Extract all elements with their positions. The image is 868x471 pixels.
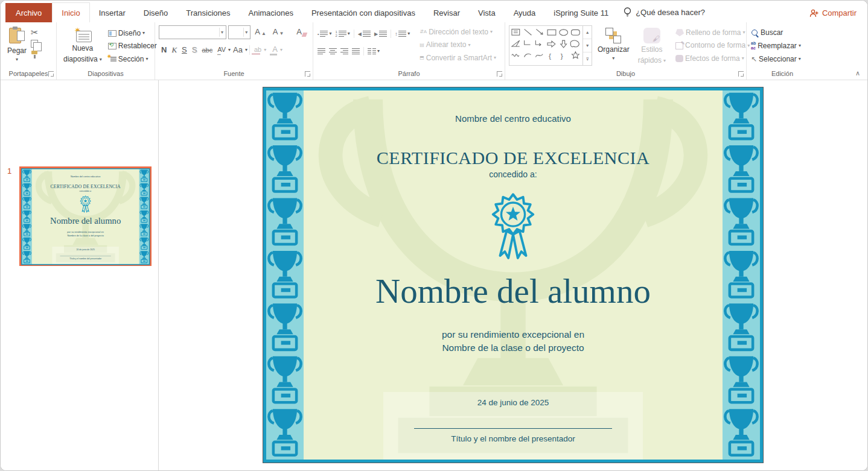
- slide-thumbnail-panel[interactable]: 1 Nombre del centro edu: [1, 80, 159, 471]
- font-dialog-launcher-icon[interactable]: [305, 71, 310, 77]
- new-slide-button[interactable]: ✷ Nueva diapositiva▾: [59, 24, 106, 68]
- drawing-dialog-launcher-icon[interactable]: [738, 71, 744, 77]
- find-button[interactable]: Buscar: [749, 28, 803, 37]
- tab-insertar[interactable]: Insertar: [90, 3, 135, 22]
- new-slide-label1: Nueva: [72, 44, 94, 53]
- columns-button[interactable]: ▾: [366, 47, 381, 56]
- font-size-combo[interactable]: ▾: [228, 25, 251, 39]
- slide-canvas-area: Nombre del centro educativo CERTIFICADO …: [159, 80, 867, 471]
- bold-button[interactable]: N: [159, 45, 169, 55]
- tab-ispring[interactable]: iSpring Suite 11: [544, 3, 617, 22]
- tell-me-box[interactable]: ¿Qué desea hacer?: [617, 2, 711, 22]
- slides-group-label: Diapositivas: [59, 68, 152, 80]
- align-left-button[interactable]: [316, 47, 327, 56]
- mini-awarded-to: concedido a:: [31, 189, 139, 192]
- shapes-more-icon[interactable]: ⊽: [583, 52, 592, 65]
- mini-trophy-border-left: [22, 169, 32, 264]
- numbering-button[interactable]: 12▾: [333, 29, 351, 39]
- shapes-scroll-up-icon[interactable]: ▲: [583, 26, 592, 39]
- shrink-font-button[interactable]: A▼: [270, 27, 287, 37]
- change-case-button[interactable]: Aa: [231, 45, 245, 55]
- tab-animaciones[interactable]: Animaciones: [239, 3, 302, 22]
- shrink-font-label: A: [273, 28, 278, 36]
- shapes-gallery-scrollbar[interactable]: ▲ ▼ ⊽: [582, 26, 592, 65]
- tab-ayuda[interactable]: Ayuda: [505, 3, 545, 22]
- underline-button[interactable]: S: [179, 45, 190, 55]
- replace-label: Reemplazar: [758, 42, 797, 50]
- font-name-caret-icon: ▾: [219, 28, 225, 37]
- quick-styles-button[interactable]: Estilos rápidos▾: [634, 24, 670, 68]
- character-spacing-button[interactable]: AV: [215, 45, 228, 55]
- convert-smartart-button[interactable]: ⬒Convertir a SmartArt▾: [418, 53, 498, 63]
- tab-archivo[interactable]: Archivo: [5, 3, 52, 22]
- layout-button[interactable]: Diseño▾: [106, 28, 159, 38]
- select-button[interactable]: ↖Seleccionar▾: [749, 54, 803, 64]
- line-spacing-button[interactable]: ↕▾: [393, 30, 412, 39]
- grow-font-button[interactable]: A▲: [252, 27, 269, 37]
- align-center-button[interactable]: [327, 47, 339, 56]
- strikethrough-button[interactable]: abc: [199, 45, 215, 55]
- columns-caret-icon: ▾: [377, 49, 380, 54]
- shapes-gallery-icons: { }: [510, 27, 582, 62]
- slide-number: 1: [7, 166, 11, 175]
- clear-formatting-label: A: [296, 28, 302, 36]
- slide-thumbnail[interactable]: Nombre del centro educativo CERTIFICADO …: [19, 166, 152, 266]
- select-icon: ↖: [751, 55, 757, 63]
- replace-button[interactable]: abacReemplazar▾: [749, 40, 803, 51]
- tab-inicio[interactable]: Inicio: [52, 2, 89, 22]
- date-text[interactable]: 24 de junio de 2025: [304, 398, 723, 407]
- share-button[interactable]: Compartir: [799, 3, 867, 22]
- decrease-indent-button[interactable]: ◀: [356, 30, 372, 39]
- awarded-to-text[interactable]: concedido a:: [304, 169, 723, 179]
- text-direction-button[interactable]: ⇵ADirección del texto▾: [418, 27, 498, 37]
- smartart-caret-icon: ▾: [494, 55, 496, 60]
- slide[interactable]: Nombre del centro educativo CERTIFICADO …: [263, 87, 764, 463]
- font-name-combo[interactable]: ▾: [159, 25, 226, 39]
- shapes-scroll-down-icon[interactable]: ▼: [583, 39, 592, 52]
- tab-diseno[interactable]: Diseño: [135, 3, 177, 22]
- award-ribbon-icon[interactable]: [487, 192, 540, 265]
- menu-bar: Archivo Inicio Insertar Diseño Transicio…: [1, 1, 867, 22]
- smartart-label: Convertir a SmartArt: [426, 54, 492, 62]
- cut-icon[interactable]: ✂: [31, 28, 39, 37]
- section-button[interactable]: ✷Sección▾: [106, 54, 159, 64]
- text-shadow-button[interactable]: S: [190, 45, 200, 55]
- certificate-title-text[interactable]: CERTIFICADO DE EXCELENCIA: [304, 148, 723, 168]
- quick-styles-label1: Estilos: [641, 45, 662, 54]
- select-caret-icon: ▾: [799, 57, 801, 62]
- reason-text[interactable]: por su rendimiento excepcional enNombre …: [304, 328, 723, 354]
- justify-button[interactable]: [350, 47, 362, 56]
- bullets-button[interactable]: •▾: [316, 30, 333, 39]
- paragraph-dialog-launcher-icon[interactable]: [497, 71, 502, 77]
- presenter-text[interactable]: Título y el nombre del presentador: [304, 434, 723, 443]
- clipboard-dialog-launcher-icon[interactable]: [48, 71, 54, 77]
- paste-button[interactable]: Pegar ▾: [3, 24, 31, 68]
- align-text-button[interactable]: ▤Alinear texto▾: [418, 40, 498, 49]
- mini-slide-content: Nombre del centro educativo CERTIFICADO …: [31, 169, 139, 264]
- tell-me-label: ¿Qué desea hacer?: [636, 8, 705, 17]
- numbering-caret-icon: ▾: [348, 31, 350, 36]
- shape-fill-button[interactable]: Relleno de forma▾: [674, 28, 752, 37]
- font-color-button[interactable]: A: [270, 44, 280, 56]
- format-painter-icon[interactable]: [31, 51, 39, 58]
- highlight-caret-icon: ▾: [264, 48, 266, 52]
- school-name-text[interactable]: Nombre del centro educativo: [304, 113, 723, 124]
- quick-styles-caret-icon: ▾: [663, 58, 666, 63]
- tab-transiciones[interactable]: Transiciones: [177, 3, 239, 22]
- italic-button[interactable]: K: [169, 45, 179, 55]
- increase-indent-button[interactable]: ▶: [372, 30, 389, 39]
- shape-outline-button[interactable]: Contorno de forma▾: [674, 40, 752, 50]
- highlight-color-button[interactable]: ab: [252, 45, 264, 55]
- shape-effects-button[interactable]: Efectos de forma▾: [674, 54, 752, 63]
- reset-button[interactable]: Restablecer: [106, 41, 159, 51]
- tab-presentacion[interactable]: Presentación con diapositivas: [302, 3, 424, 22]
- tab-vista[interactable]: Vista: [469, 3, 505, 22]
- student-name-text[interactable]: Nombre del alumno: [304, 271, 723, 311]
- align-right-button[interactable]: [339, 47, 350, 56]
- shapes-gallery[interactable]: { } ▲ ▼ ⊽: [509, 25, 592, 66]
- copy-icon[interactable]: [31, 40, 38, 48]
- collapse-ribbon-icon[interactable]: ∧: [855, 69, 860, 77]
- tab-revisar[interactable]: Revisar: [424, 3, 469, 22]
- clear-formatting-button[interactable]: A: [294, 27, 309, 37]
- arrange-button[interactable]: Organizar ▾: [593, 24, 634, 68]
